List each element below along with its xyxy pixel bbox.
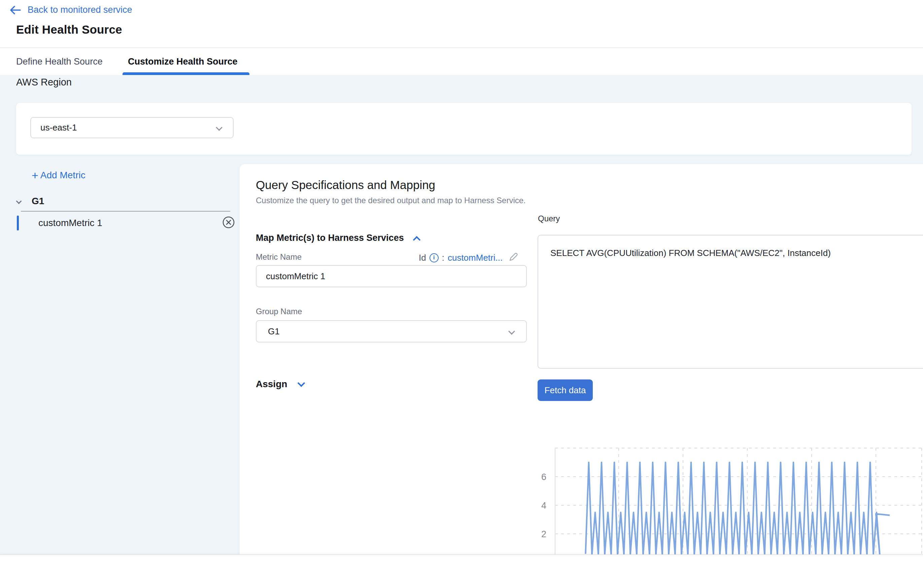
info-icon[interactable]: i <box>430 253 439 262</box>
panel-heading: Query Specifications and Mapping <box>256 178 435 192</box>
aws-region-select[interactable]: us-east-1 <box>30 117 233 138</box>
selected-indicator-bar <box>17 216 19 231</box>
svg-text:2: 2 <box>541 529 546 539</box>
metric-preview-chart: 246 <box>525 437 923 554</box>
back-link[interactable]: Back to monitored service <box>10 5 132 15</box>
edit-pencil-icon[interactable] <box>508 252 519 264</box>
query-label: Query <box>538 214 560 223</box>
id-value-link[interactable]: customMetri... <box>448 252 503 263</box>
tab-define-health-source[interactable]: Define Health Source <box>16 48 103 75</box>
metric-group-name: G1 <box>32 196 44 206</box>
metric-item-label: customMetric 1 <box>38 218 102 228</box>
metric-group-header[interactable]: G1 <box>17 196 44 206</box>
svg-text:6: 6 <box>541 472 546 482</box>
add-metric-label: Add Metric <box>40 170 85 181</box>
query-editor[interactable]: SELECT AVG(CPUUtilization) FROM SCHEMA("… <box>537 235 923 369</box>
group-name-label: Group Name <box>256 307 302 316</box>
back-arrow-icon <box>10 5 21 15</box>
delete-metric-icon[interactable] <box>222 216 235 230</box>
expand-section-chevron-down-icon[interactable] <box>297 380 305 387</box>
svg-text:4: 4 <box>541 501 546 511</box>
metric-name-label: Metric Name <box>256 252 302 262</box>
tab-customize-health-source[interactable]: Customize Health Source <box>128 48 238 75</box>
aws-region-value: us-east-1 <box>40 123 77 133</box>
id-separator: : <box>442 252 444 263</box>
chevron-down-icon <box>508 328 515 335</box>
tab-bar: Define Health Source Customize Health So… <box>0 48 923 75</box>
page-title: Edit Health Source <box>16 23 122 36</box>
add-metric-button[interactable]: + Add Metric <box>32 170 85 181</box>
footer-bar: Previous Submit <box>0 554 923 588</box>
group-divider <box>21 211 230 211</box>
plus-icon: + <box>32 170 38 181</box>
fetch-data-button[interactable]: Fetch data <box>537 380 593 401</box>
group-name-value: G1 <box>268 326 280 337</box>
aws-region-label: AWS Region <box>16 77 72 88</box>
panel-subheading: Customize the query to get the desired o… <box>256 196 526 205</box>
assign-section-label: Assign <box>256 379 287 390</box>
chart-svg: 246 <box>525 437 923 554</box>
collapse-section-chevron-up-icon[interactable] <box>413 236 420 244</box>
sidebar-item-custom-metric[interactable]: customMetric 1 <box>17 215 235 231</box>
group-name-select[interactable]: G1 <box>256 320 527 342</box>
chevron-down-icon <box>216 124 222 131</box>
metric-name-input[interactable] <box>256 265 527 287</box>
map-metrics-section-label: Map Metric(s) to Harness Services <box>256 233 404 243</box>
back-link-label: Back to monitored service <box>28 5 132 15</box>
chevron-down-icon <box>16 198 22 204</box>
id-label: Id <box>419 252 426 263</box>
